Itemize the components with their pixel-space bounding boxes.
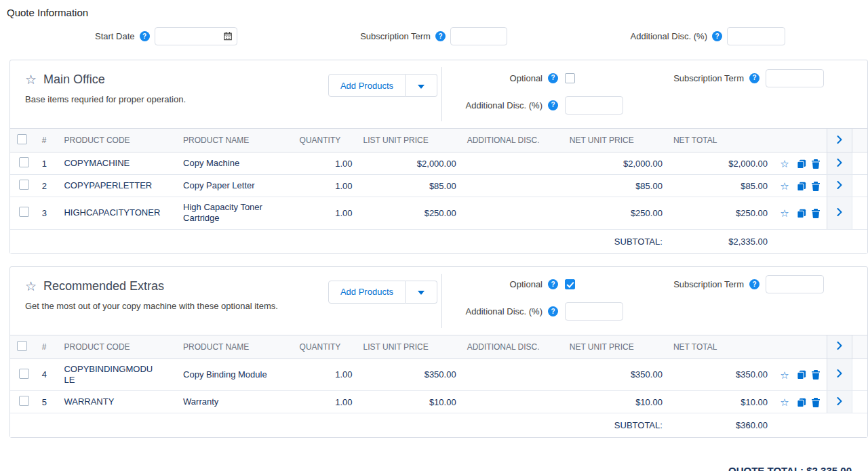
cell-net-total: $350.00 xyxy=(668,359,773,391)
delete-line-icon[interactable] xyxy=(812,182,820,191)
group-additional-disc-input[interactable] xyxy=(565,96,623,115)
cell-net-unit-price: $2,000.00 xyxy=(564,152,668,175)
favorite-line-icon[interactable]: ☆ xyxy=(780,158,789,169)
expand-line-chevron[interactable] xyxy=(827,175,852,197)
cell-net-unit-price: $85.00 xyxy=(564,175,668,197)
start-date-field: Start Date ? xyxy=(95,27,237,45)
clone-line-icon[interactable] xyxy=(797,159,806,169)
group-additional-disc-label: Additional Disc. (%) xyxy=(462,100,542,110)
select-all-checkbox[interactable] xyxy=(17,341,27,351)
add-products-button-group: Add Products xyxy=(328,281,437,304)
row-select-checkbox[interactable] xyxy=(19,180,29,190)
group-additional-disc-label: Additional Disc. (%) xyxy=(462,306,542,316)
subtotal-label: SUBTOTAL: xyxy=(10,229,668,253)
chevron-down-icon xyxy=(418,287,425,297)
row-select-checkbox[interactable] xyxy=(19,396,29,406)
group-subtotal-row: SUBTOTAL: $360.00 xyxy=(10,413,867,438)
help-icon[interactable]: ? xyxy=(749,279,760,289)
col-product-code: PRODUCT CODE xyxy=(58,129,178,152)
expand-columns-chevron[interactable] xyxy=(827,335,852,359)
optional-label: Optional xyxy=(462,73,542,83)
cell-product-name: High Capacity Toner Cartridge xyxy=(178,197,294,230)
delete-line-icon[interactable] xyxy=(812,370,820,380)
delete-line-icon[interactable] xyxy=(812,209,820,218)
help-icon[interactable]: ? xyxy=(548,279,558,289)
table-header-row: # PRODUCT CODE PRODUCT NAME QUANTITY LIS… xyxy=(10,335,867,359)
clone-line-icon[interactable] xyxy=(797,209,806,218)
optional-label: Optional xyxy=(462,279,542,289)
help-icon[interactable]: ? xyxy=(548,100,558,110)
favorite-line-icon[interactable]: ☆ xyxy=(780,369,789,381)
col-quantity: QUANTITY xyxy=(294,129,358,152)
cell-product-code: COPYBINDINGMODULE xyxy=(58,359,178,391)
expand-columns-chevron[interactable] xyxy=(827,129,852,152)
optional-checkbox[interactable] xyxy=(565,279,575,289)
clone-line-icon[interactable] xyxy=(797,182,806,191)
add-products-dropdown-button[interactable] xyxy=(406,74,437,97)
calendar-icon[interactable] xyxy=(223,31,233,41)
scroll-strip xyxy=(852,129,867,152)
expand-line-chevron[interactable] xyxy=(827,359,852,391)
help-icon[interactable]: ? xyxy=(712,31,722,41)
cell-quantity: 1.00 xyxy=(294,175,358,197)
delete-line-icon[interactable] xyxy=(812,398,820,407)
expand-line-chevron[interactable] xyxy=(827,391,852,413)
col-net-total: NET TOTAL xyxy=(668,129,773,152)
row-select-checkbox[interactable] xyxy=(19,369,29,379)
help-icon[interactable]: ? xyxy=(548,73,558,83)
col-list-unit-price: LIST UNIT PRICE xyxy=(358,129,462,152)
group-header: ☆ Main Office Base items requried for pr… xyxy=(10,60,867,128)
quote-lines-table: # PRODUCT CODE PRODUCT NAME QUANTITY LIS… xyxy=(10,128,867,253)
add-products-button[interactable]: Add Products xyxy=(328,74,406,97)
row-select-checkbox[interactable] xyxy=(19,207,29,217)
expand-line-chevron[interactable] xyxy=(827,197,852,230)
start-date-label: Start Date xyxy=(95,31,135,41)
help-icon[interactable]: ? xyxy=(435,31,446,41)
group-favorite-icon[interactable]: ☆ xyxy=(25,73,37,86)
subtotal-spacer xyxy=(773,229,867,253)
cell-list-unit-price: $250.00 xyxy=(358,197,462,230)
subtotal-value: $360.00 xyxy=(668,413,773,438)
favorite-line-icon[interactable]: ☆ xyxy=(780,207,789,219)
add-products-button-group: Add Products xyxy=(328,74,437,97)
cell-actions: ☆ xyxy=(773,197,827,230)
line-row: 3 HIGHCAPACITYTONER High Capacity Toner … xyxy=(10,197,867,230)
col-line-number: # xyxy=(37,129,59,152)
scroll-strip xyxy=(852,391,867,413)
cell-actions: ☆ xyxy=(773,391,827,413)
help-icon[interactable]: ? xyxy=(749,73,760,83)
scroll-strip xyxy=(852,152,867,175)
group-additional-disc-input[interactable] xyxy=(565,302,623,321)
group-favorite-icon[interactable]: ☆ xyxy=(25,280,37,293)
cell-quantity: 1.00 xyxy=(294,197,358,230)
additional-disc-input[interactable] xyxy=(727,27,785,45)
cell-line-number: 1 xyxy=(37,152,59,175)
subscription-term-input[interactable] xyxy=(450,27,507,45)
subscription-term-field: Subscription Term ? xyxy=(360,27,507,45)
favorite-line-icon[interactable]: ☆ xyxy=(780,180,789,192)
expand-line-chevron[interactable] xyxy=(827,152,852,175)
col-actions xyxy=(773,335,827,359)
select-all-checkbox[interactable] xyxy=(17,134,27,144)
cell-actions: ☆ xyxy=(773,359,827,391)
scroll-strip xyxy=(852,197,867,230)
add-products-button[interactable]: Add Products xyxy=(328,281,406,304)
cell-list-unit-price: $2,000.00 xyxy=(358,152,462,175)
group-subscription-term-input[interactable] xyxy=(766,69,824,87)
col-quantity: QUANTITY xyxy=(294,335,358,359)
additional-disc-field: Additional Disc. (%) ? xyxy=(631,27,785,45)
favorite-line-icon[interactable]: ☆ xyxy=(780,396,789,408)
clone-line-icon[interactable] xyxy=(797,370,806,380)
optional-checkbox[interactable] xyxy=(565,73,575,83)
cell-product-code: HIGHCAPACITYTONER xyxy=(58,197,178,230)
cell-product-name: Warranty xyxy=(178,391,294,413)
help-icon[interactable]: ? xyxy=(140,31,150,41)
add-products-dropdown-button[interactable] xyxy=(406,281,437,304)
col-net-unit-price: NET UNIT PRICE xyxy=(564,129,668,152)
clone-line-icon[interactable] xyxy=(797,398,806,407)
help-icon[interactable]: ? xyxy=(548,306,558,316)
delete-line-icon[interactable] xyxy=(812,159,820,169)
cell-product-name: Copy Binding Module xyxy=(178,359,294,391)
row-select-checkbox[interactable] xyxy=(19,157,29,167)
group-subscription-term-input[interactable] xyxy=(766,275,824,293)
